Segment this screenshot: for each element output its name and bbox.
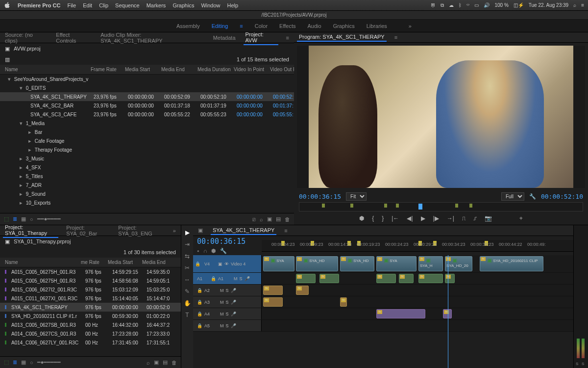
- project-row[interactable]: ▸ 3_Music: [0, 154, 294, 163]
- extract-icon[interactable]: ⎎: [473, 215, 477, 222]
- new-bin-icon[interactable]: ▣: [267, 216, 272, 222]
- video-clip[interactable]: fx▣ SYA: [263, 256, 294, 271]
- solo-icon[interactable]: S: [226, 323, 229, 328]
- track-a5-label[interactable]: A5: [204, 323, 218, 328]
- slip-tool-icon[interactable]: ↔: [184, 276, 190, 283]
- track-select-tool-icon[interactable]: ⇥: [185, 241, 190, 248]
- lock-icon[interactable]: 🔒: [197, 288, 202, 293]
- add-marker-icon[interactable]: ⬢: [359, 215, 364, 222]
- video-clip[interactable]: fx▣ SYA: [376, 256, 416, 271]
- ws-overflow-icon[interactable]: »: [409, 23, 412, 29]
- menu-edit[interactable]: Edit: [83, 2, 92, 8]
- audio-clip[interactable]: fx: [263, 297, 283, 307]
- new-bin-icon[interactable]: ▣: [154, 359, 159, 366]
- project-row[interactable]: ▸ 7_ADR: [0, 181, 294, 189]
- audio-clip[interactable]: fx: [263, 286, 283, 295]
- datetime[interactable]: Tue 22. Aug 23:39: [529, 2, 568, 8]
- timeline-timecode[interactable]: 00:00:36:15: [193, 236, 262, 247]
- mute-icon[interactable]: M: [220, 323, 224, 328]
- play-icon[interactable]: ▶: [421, 215, 425, 222]
- project-row[interactable]: ▸ 4_SFX: [0, 163, 294, 172]
- project-row[interactable]: ▸ 9_Sound: [0, 189, 294, 198]
- menu-icon[interactable]: ≡: [581, 2, 584, 8]
- program-timecode[interactable]: 00:00:36:15: [299, 193, 341, 200]
- project-row[interactable]: A014_C006_0627LY_001.R3C00 Hz17:31:45:00…: [0, 338, 181, 347]
- type-tool-icon[interactable]: T: [185, 312, 189, 318]
- project-row[interactable]: A014_C005_0627CS_001.R300 Hz17:23:28:001…: [0, 329, 181, 338]
- menu-markers[interactable]: Markers: [147, 2, 166, 8]
- audio-clip[interactable]: fx: [376, 309, 425, 318]
- project-row[interactable]: A013_C005_0627SB_001.R300 Hz16:44:32:001…: [0, 320, 181, 329]
- ws-editing-menu-icon[interactable]: ≡: [240, 23, 243, 29]
- col-media-end[interactable]: Media End: [161, 67, 197, 72]
- tab-project-avw[interactable]: Project: AVW: [244, 30, 278, 45]
- ws-editing[interactable]: Editing: [212, 23, 228, 29]
- ws-color[interactable]: Color: [255, 23, 268, 29]
- mute-icon[interactable]: M: [220, 288, 224, 293]
- icon-view-icon[interactable]: ▦: [21, 359, 26, 366]
- volume-icon[interactable]: 🔊: [484, 2, 490, 8]
- project-row[interactable]: SYA_4K_SC1_THERAPY23,976 fps00:00:00:000…: [0, 92, 294, 101]
- tab-proj-therapy[interactable]: Project: SYA_01_Therapy: [3, 223, 58, 238]
- project-row[interactable]: ▸ 5_Titles: [0, 172, 294, 181]
- project-row[interactable]: A015_C005_06275H_001.R3976 fps14:59:29:1…: [0, 267, 181, 276]
- col-media-start[interactable]: Media Start: [125, 67, 161, 72]
- automate-icon[interactable]: ⎚: [252, 216, 256, 222]
- program-mini-timeline[interactable]: [299, 202, 583, 211]
- project-row[interactable]: ▸ 10_Exports: [0, 198, 294, 207]
- col-name[interactable]: Name: [5, 67, 91, 72]
- col-video-out[interactable]: Video Out P: [270, 67, 294, 72]
- tab-proj-bar[interactable]: Project: SYA_02_Bar: [64, 224, 110, 237]
- export-frame-icon[interactable]: 📷: [485, 215, 492, 222]
- menu-clip[interactable]: Clip: [99, 2, 108, 8]
- menu-graphics[interactable]: Graphics: [172, 2, 194, 8]
- project-row[interactable]: SYA_HD_20160211 CLIP #1.r976 fps00:59:30…: [0, 312, 181, 320]
- audio-clip[interactable]: fx: [296, 274, 316, 283]
- lock-icon[interactable]: ⬚: [4, 359, 9, 366]
- col2-start[interactable]: Media Start: [108, 260, 142, 265]
- filter-bin-icon[interactable]: ▥: [5, 56, 10, 63]
- delete-icon[interactable]: 🗑: [285, 216, 290, 222]
- snap-icon[interactable]: ⭑: [197, 248, 199, 254]
- timeline-playhead[interactable]: [448, 255, 448, 368]
- project-row[interactable]: ▾ SeeYouAround_SharedProjects_v: [0, 75, 294, 83]
- audio-clip[interactable]: fx: [445, 274, 455, 283]
- settings-icon[interactable]: 🔧: [220, 248, 227, 254]
- battery-icon[interactable]: ◫⚡: [514, 2, 524, 8]
- zoom-select[interactable]: Fit: [346, 192, 367, 201]
- solo-icon[interactable]: S: [226, 288, 229, 293]
- marker-icon[interactable]: ⬢: [211, 248, 216, 254]
- linked-sel-icon[interactable]: ∩: [203, 248, 207, 254]
- freeform-view-icon[interactable]: ○: [30, 360, 33, 366]
- col-framerate[interactable]: Frame Rate: [91, 67, 125, 72]
- new-item-icon[interactable]: ▤: [276, 216, 281, 222]
- audio-clip[interactable]: fx: [319, 274, 339, 283]
- track-a2-label[interactable]: A2: [204, 288, 218, 293]
- audio-clip[interactable]: fx: [296, 286, 309, 295]
- list-view-icon[interactable]: ≣: [13, 359, 17, 366]
- project-row[interactable]: A015_C011_0627XI_001.R3C976 fps15:14:40:…: [0, 294, 181, 303]
- dropbox-icon[interactable]: ⧉: [441, 2, 444, 8]
- tab-menu-icon[interactable]: ≡: [284, 34, 291, 42]
- audio-clip[interactable]: fx: [376, 274, 396, 283]
- video-clip[interactable]: fx▣ SYA_H: [418, 256, 443, 271]
- delete-icon[interactable]: 🗑: [172, 360, 177, 366]
- ws-graphics[interactable]: Graphics: [333, 23, 355, 29]
- timeline-seq-menu-icon[interactable]: ▣: [196, 226, 205, 235]
- track-a4-label[interactable]: A4: [204, 312, 218, 316]
- col2-name[interactable]: Name: [5, 260, 81, 265]
- lock-icon[interactable]: 🔒: [197, 300, 202, 305]
- battery-status[interactable]: 100 %: [494, 2, 508, 8]
- project-row[interactable]: SYA_4K_SC3_CAFE23,976 fps00:00:00:0000:0…: [0, 110, 294, 119]
- mute-icon[interactable]: M: [234, 276, 238, 281]
- freeform-view-icon[interactable]: ○: [30, 216, 33, 222]
- voice-icon[interactable]: 🎤: [231, 323, 236, 328]
- col-video-in[interactable]: Video In Point: [234, 67, 270, 72]
- button-editor-icon[interactable]: +: [519, 215, 523, 222]
- col2-rate[interactable]: me Rate: [81, 260, 108, 265]
- ws-effects[interactable]: Effects: [279, 23, 295, 29]
- mute-icon[interactable]: M: [220, 300, 224, 305]
- audio-clip[interactable]: fx: [418, 274, 443, 283]
- razor-tool-icon[interactable]: ✂: [185, 264, 190, 271]
- voice-icon[interactable]: 🎤: [231, 312, 236, 316]
